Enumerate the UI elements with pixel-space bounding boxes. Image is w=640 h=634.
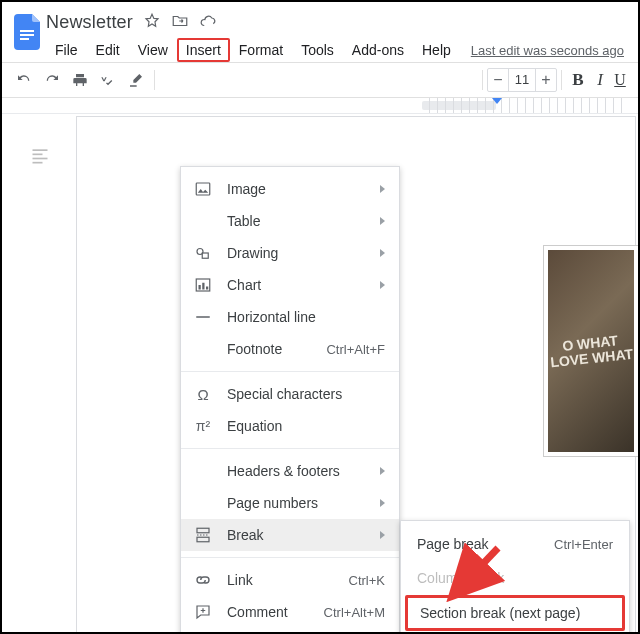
- menu-file[interactable]: File: [46, 38, 87, 62]
- break-column: Column break: [401, 561, 629, 595]
- break-page[interactable]: Page break Ctrl+Enter: [401, 527, 629, 561]
- outline-toggle-icon[interactable]: [26, 142, 54, 170]
- insert-comment[interactable]: Comment Ctrl+Alt+M: [181, 596, 399, 628]
- menu-addons[interactable]: Add-ons: [343, 38, 413, 62]
- insert-page-numbers[interactable]: Page numbers: [181, 487, 399, 519]
- chevron-right-icon: [380, 217, 385, 225]
- svg-rect-0: [20, 30, 34, 32]
- paint-format-button[interactable]: [122, 66, 150, 94]
- insert-dropdown-menu: Image Table Drawing Chart Ho: [180, 166, 400, 634]
- font-size-stepper[interactable]: − 11 +: [487, 68, 557, 92]
- move-icon[interactable]: [171, 12, 189, 33]
- menu-edit[interactable]: Edit: [87, 38, 129, 62]
- menubar: File Edit View Insert Format Tools Add-o…: [46, 38, 628, 62]
- horizontal-line-icon: [193, 307, 213, 327]
- insert-chart[interactable]: Chart: [181, 269, 399, 301]
- menu-insert[interactable]: Insert: [177, 38, 230, 62]
- insert-equation[interactable]: π² Equation: [181, 410, 399, 442]
- svg-rect-6: [33, 162, 43, 164]
- menu-format[interactable]: Format: [230, 38, 292, 62]
- spellcheck-button[interactable]: [94, 66, 122, 94]
- font-size-value[interactable]: 11: [508, 68, 536, 92]
- font-size-increase[interactable]: +: [536, 68, 556, 92]
- svg-rect-15: [197, 528, 209, 533]
- svg-rect-13: [206, 287, 208, 290]
- undo-button[interactable]: [10, 66, 38, 94]
- chevron-right-icon: [380, 499, 385, 507]
- docs-app-icon[interactable]: [10, 8, 46, 56]
- chevron-right-icon: [380, 531, 385, 539]
- cloud-status-icon[interactable]: [199, 12, 217, 33]
- omega-icon: Ω: [193, 384, 213, 404]
- svg-rect-14: [196, 316, 210, 318]
- menu-view[interactable]: View: [129, 38, 177, 62]
- svg-rect-9: [202, 253, 208, 258]
- insert-special-characters[interactable]: Ω Special characters: [181, 378, 399, 410]
- break-submenu: Page break Ctrl+Enter Column break Secti…: [400, 520, 630, 634]
- chevron-right-icon: [380, 249, 385, 257]
- insert-footnote[interactable]: Footnote Ctrl+Alt+F: [181, 333, 399, 365]
- svg-rect-4: [33, 154, 43, 156]
- svg-rect-12: [202, 283, 204, 290]
- horizontal-ruler[interactable]: [2, 98, 638, 114]
- link-icon: [193, 570, 213, 590]
- svg-rect-5: [33, 158, 48, 160]
- insert-horizontal-line[interactable]: Horizontal line: [181, 301, 399, 333]
- image-icon: [193, 179, 213, 199]
- svg-rect-3: [33, 149, 48, 151]
- break-section-next-page[interactable]: Section break (next page): [405, 595, 625, 631]
- pi-icon: π²: [193, 416, 213, 436]
- chevron-right-icon: [380, 281, 385, 289]
- chevron-right-icon: [380, 185, 385, 193]
- star-icon[interactable]: [143, 12, 161, 33]
- print-button[interactable]: [66, 66, 94, 94]
- menu-help[interactable]: Help: [413, 38, 460, 62]
- drawing-icon: [193, 243, 213, 263]
- svg-rect-1: [20, 34, 34, 36]
- insert-break[interactable]: Break: [181, 519, 399, 551]
- toolbar: − 11 + B I U: [2, 62, 638, 98]
- svg-rect-2: [20, 38, 29, 40]
- insert-image[interactable]: Image: [181, 173, 399, 205]
- underline-button[interactable]: U: [610, 71, 630, 89]
- chart-icon: [193, 275, 213, 295]
- svg-rect-11: [199, 285, 201, 290]
- insert-drawing[interactable]: Drawing: [181, 237, 399, 269]
- bold-button[interactable]: B: [566, 70, 590, 90]
- redo-button[interactable]: [38, 66, 66, 94]
- svg-rect-7: [196, 183, 210, 195]
- document-title[interactable]: Newsletter: [46, 12, 133, 33]
- menu-tools[interactable]: Tools: [292, 38, 343, 62]
- insert-link[interactable]: Link Ctrl+K: [181, 564, 399, 596]
- comment-icon: [193, 602, 213, 622]
- font-size-decrease[interactable]: −: [488, 68, 508, 92]
- document-embedded-image[interactable]: O WHAT LOVE WHAT: [544, 246, 638, 456]
- last-edit-link[interactable]: Last edit was seconds ago: [471, 43, 628, 58]
- insert-table[interactable]: Table: [181, 205, 399, 237]
- svg-rect-16: [197, 537, 209, 542]
- chevron-right-icon: [380, 467, 385, 475]
- italic-button[interactable]: I: [590, 70, 610, 90]
- page-break-icon: [193, 525, 213, 545]
- insert-headers-footers[interactable]: Headers & footers: [181, 455, 399, 487]
